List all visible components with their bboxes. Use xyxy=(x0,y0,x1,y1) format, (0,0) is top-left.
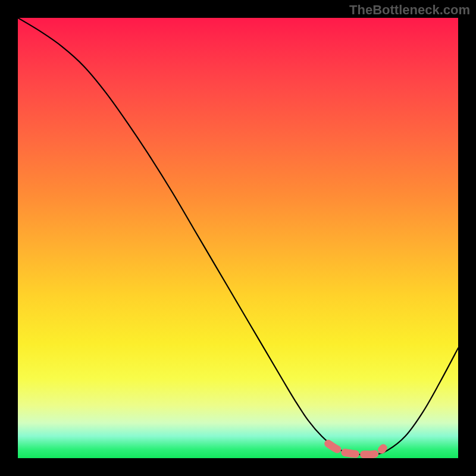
curve-svg xyxy=(18,18,458,458)
watermark-text: TheBottleneck.com xyxy=(349,2,470,18)
optimal-zone-highlight xyxy=(328,444,384,455)
bottleneck-curve xyxy=(18,18,458,455)
chart-container: TheBottleneck.com xyxy=(0,0,476,476)
plot-area xyxy=(18,18,458,458)
